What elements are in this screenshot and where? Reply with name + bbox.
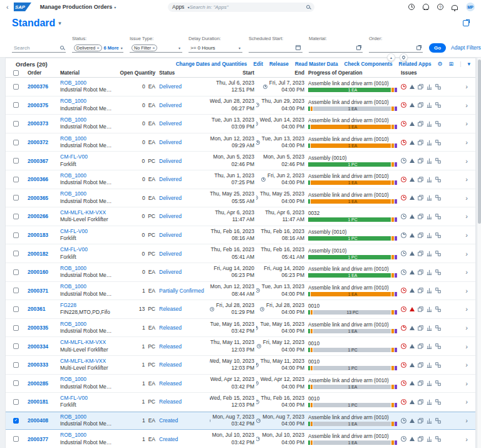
scrollbar-thumb[interactable] — [478, 60, 481, 224]
row-checkbox[interactable] — [13, 102, 19, 108]
read-master-data-button[interactable]: Read Master Data — [295, 61, 338, 67]
row-navigation-chevron[interactable]: › — [457, 380, 473, 387]
delay-duration-filter-control[interactable]: >= 0 Hours ▾ — [189, 43, 242, 53]
shell-search[interactable]: Apps ▾ — [168, 3, 314, 12]
status-more-link[interactable]: 6 More — [104, 45, 119, 51]
order-filter-control[interactable] — [369, 43, 423, 53]
row-navigation-chevron[interactable]: › — [457, 231, 473, 239]
scheduled-start-filter-control[interactable] — [249, 43, 303, 53]
order-link[interactable]: 2000377 — [28, 436, 48, 442]
related-apps-button[interactable]: Related Apps — [398, 61, 431, 67]
row-checkbox[interactable] — [13, 195, 19, 201]
order-link[interactable]: 2000371 — [28, 288, 48, 294]
order-link[interactable]: 2000408 — [28, 417, 48, 424]
row-checkbox[interactable] — [13, 343, 19, 349]
settings-gear-icon[interactable]: ⚙ — [438, 61, 443, 67]
table-row[interactable]: 2000181 CM-FL-V00 Forklift 1 PC Released… — [6, 393, 475, 412]
row-navigation-chevron[interactable]: › — [457, 398, 473, 405]
edit-button[interactable]: Edit — [253, 61, 262, 67]
share-icon[interactable] — [463, 20, 469, 26]
support-icon[interactable] — [423, 4, 429, 10]
material-link[interactable]: FG228 — [60, 302, 114, 309]
order-link[interactable]: 2000376 — [28, 83, 48, 90]
row-checkbox[interactable] — [13, 177, 19, 182]
row-checkbox[interactable] — [13, 418, 19, 424]
row-checkbox[interactable] — [13, 362, 19, 368]
row-navigation-chevron[interactable]: › — [457, 435, 473, 443]
order-link[interactable]: 2000183 — [28, 232, 48, 238]
column-header-end[interactable]: End — [256, 70, 306, 76]
table-row[interactable]: 2000371 ROB_1000 Industrial Robot Medium… — [6, 282, 475, 301]
row-navigation-chevron[interactable]: › — [457, 324, 473, 331]
order-link[interactable]: 2000285 — [28, 380, 48, 387]
row-checkbox[interactable] — [13, 399, 19, 405]
material-link[interactable]: CM-MLFL-KM-VXX — [60, 209, 114, 216]
table-row[interactable]: 2000160 ROB_1000 Industrial Robot Medium… — [6, 263, 475, 282]
row-navigation-chevron[interactable]: › — [457, 212, 473, 220]
table-row[interactable]: 2000372 ROB_1000 Industrial Robot Medium… — [6, 133, 475, 152]
release-button[interactable]: Release — [269, 61, 289, 67]
table-row[interactable]: 2000285 ROB_1000 Industrial Robot Medium… — [6, 375, 475, 393]
remove-token-icon[interactable]: × — [96, 45, 99, 51]
back-icon[interactable]: ‹ — [6, 3, 9, 11]
table-row[interactable]: 2000377 ROB_1000 Industrial Robot Medium… — [6, 430, 475, 448]
go-button[interactable]: Go — [429, 43, 446, 53]
column-header-order[interactable]: Order — [26, 70, 58, 76]
table-row[interactable]: 200361 FG228 FIN228,MTO,PD,Fifo 13 PC Re… — [6, 300, 475, 319]
row-checkbox[interactable] — [13, 269, 19, 275]
search-icon[interactable] — [306, 5, 310, 9]
table-row[interactable]: 2000376 ROB_1000 Industrial Robot Medium… — [6, 78, 475, 96]
material-link[interactable]: ROB_1000 — [60, 172, 114, 179]
row-checkbox[interactable] — [13, 436, 19, 442]
row-checkbox[interactable] — [13, 288, 19, 293]
row-navigation-chevron[interactable]: › — [457, 102, 473, 109]
order-link[interactable]: 2000373 — [28, 120, 48, 127]
material-link[interactable]: ROB_1000 — [60, 190, 114, 197]
select-all-checkbox[interactable] — [13, 70, 19, 76]
export-icon[interactable]: ⊞ — [449, 61, 454, 67]
row-navigation-chevron[interactable]: › — [457, 343, 473, 350]
order-link[interactable]: 2000365 — [28, 195, 48, 201]
table-row[interactable]: 2000373 ROB_1000 Industrial Robot Medium… — [6, 115, 475, 133]
table-row[interactable]: 2000365 ROB_1000 Industrial Robot Medium… — [6, 189, 475, 208]
row-navigation-chevron[interactable]: › — [457, 305, 473, 313]
material-link[interactable]: ROB_1000 — [60, 98, 114, 105]
chevron-down-icon[interactable]: ▾ — [178, 46, 180, 50]
issue-type-filter-control[interactable]: No Filter× ▾ — [130, 43, 182, 53]
material-link[interactable]: ROB_1000 — [60, 321, 114, 328]
order-link[interactable]: 2000375 — [28, 102, 48, 108]
row-checkbox[interactable] — [13, 140, 19, 145]
search-icon[interactable] — [60, 46, 64, 49]
row-navigation-chevron[interactable]: › — [457, 138, 473, 146]
table-row[interactable]: 2000183 CM-FL-V00 Forklift 0 PC Delivere… — [6, 226, 475, 245]
table-row[interactable]: 2000333 CM-MLFL-KM-VXX Multi-Level Forkl… — [6, 356, 475, 375]
table-row[interactable]: 2000335 ROB_1000 Industrial Robot Medium… — [6, 319, 475, 338]
table-row[interactable]: 2000266 CM-MLFL-KM-VXX Multi-Level Forkl… — [6, 207, 475, 226]
table-row[interactable]: 2000334 CM-MLFL-KM-VXX Multi-Level Forkl… — [6, 337, 475, 356]
value-help-icon[interactable] — [416, 46, 421, 50]
column-header-progress[interactable]: Progress of Operation — [306, 70, 399, 76]
check-components-button[interactable]: Check Components — [344, 61, 393, 67]
order-link[interactable]: 2000266 — [28, 213, 48, 219]
row-checkbox[interactable] — [13, 306, 19, 312]
material-link[interactable]: ROB_1000 — [60, 414, 114, 420]
row-checkbox[interactable] — [13, 232, 19, 238]
vertical-scrollbar[interactable] — [477, 58, 481, 448]
adapt-filters-link[interactable]: Adapt Filters (3) — [451, 43, 481, 53]
row-navigation-chevron[interactable]: › — [457, 268, 473, 276]
column-header-open-quantity[interactable]: Open Quantity — [116, 70, 157, 76]
search-field[interactable] — [12, 43, 66, 53]
table-row[interactable]: 2000375 ROB_1000 Industrial Robot Medium… — [6, 96, 475, 115]
order-link[interactable]: 200361 — [28, 306, 45, 312]
chevron-down-icon[interactable]: ▾ — [114, 5, 116, 9]
material-link[interactable]: CM-FL-V00 — [60, 395, 114, 402]
order-link[interactable]: 2000367 — [28, 158, 48, 164]
order-link[interactable]: 2000372 — [28, 139, 48, 145]
chevron-down-icon[interactable]: ▾ — [121, 46, 123, 50]
issue-type-token[interactable]: No Filter× — [132, 44, 157, 51]
material-link[interactable]: ROB_1000 — [60, 283, 114, 290]
material-link[interactable]: CM-FL-V00 — [60, 246, 114, 253]
order-link[interactable]: 2000333 — [28, 362, 48, 368]
column-header-status[interactable]: Status — [157, 70, 210, 76]
collapse-filter-bar-button[interactable]: ▴ — [387, 53, 395, 61]
